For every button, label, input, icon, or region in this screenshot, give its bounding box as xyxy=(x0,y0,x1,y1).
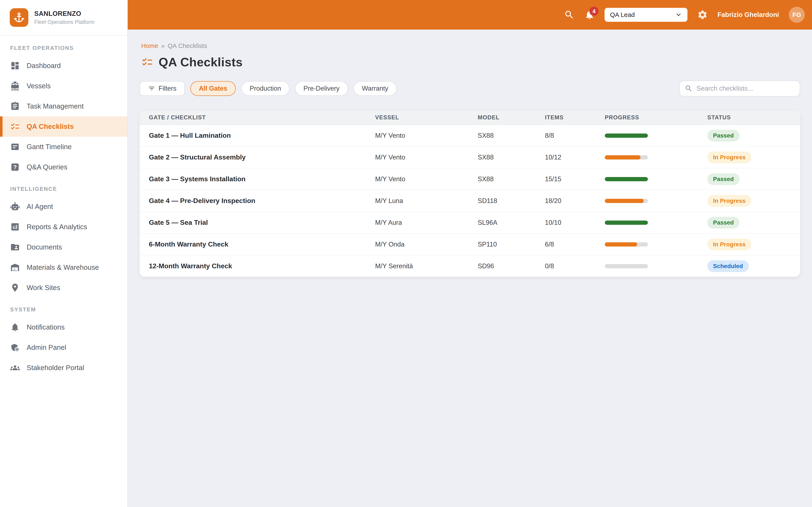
vessel-icon xyxy=(10,81,20,91)
sidebar-item-q-a-queries[interactable]: ?Q&A Queries xyxy=(0,157,127,177)
breadcrumb-home-link[interactable]: Home xyxy=(141,42,158,49)
vessel-name: M/Y Vento xyxy=(375,175,478,183)
checklist-icon xyxy=(10,122,20,131)
sidebar-item-vessels[interactable]: Vessels xyxy=(0,76,127,96)
progress-fill xyxy=(605,177,648,181)
nav-section-system: SYSTEMNotificationsAdmin PanelStakeholde… xyxy=(0,306,127,378)
progress-fill xyxy=(605,221,648,225)
column-header-items: ITEMS xyxy=(545,114,605,121)
warehouse-icon xyxy=(10,263,20,272)
table-row[interactable]: 12-Month Warranty CheckM/Y SerenitàSD960… xyxy=(140,256,800,277)
model: SP110 xyxy=(478,241,545,248)
dashboard-icon xyxy=(10,61,20,70)
content: Home » QA Checklists QA Checklists Filte… xyxy=(128,30,812,277)
items-count: 10/10 xyxy=(545,219,605,226)
progress-cell xyxy=(605,177,707,181)
search-box xyxy=(679,80,800,97)
table-row[interactable]: Gate 4 — Pre-Delivery InspectionM/Y Luna… xyxy=(140,190,800,212)
sidebar-item-stakeholder-portal[interactable]: Stakeholder Portal xyxy=(0,358,127,378)
nav-section-label: FLEET OPERATIONS xyxy=(0,45,127,51)
table-row[interactable]: Gate 5 — Sea TrialM/Y AuraSL96A10/10Pass… xyxy=(140,212,800,234)
search-button[interactable] xyxy=(564,9,574,20)
app-root: SANLORENZO Fleet Operations Platform FLE… xyxy=(0,0,812,507)
gate-name: Gate 2 — Structural Assembly xyxy=(149,153,375,161)
folder-icon xyxy=(10,242,20,252)
gate-name: Gate 4 — Pre-Delivery Inspection xyxy=(149,197,375,205)
table-row[interactable]: Gate 3 — Systems InstallationM/Y VentoSX… xyxy=(140,168,800,190)
sidebar-item-label: Work Sites xyxy=(27,284,60,292)
vessel-name: M/Y Luna xyxy=(375,197,478,205)
sidebar-item-reports-analytics[interactable]: Reports & Analytics xyxy=(0,217,127,237)
column-header-progress: PROGRESS xyxy=(605,114,707,121)
sidebar-item-label: AI Agent xyxy=(27,203,53,211)
notification-count-badge: 4 xyxy=(589,7,599,16)
model: SD118 xyxy=(478,197,545,205)
status-badge: Passed xyxy=(707,217,740,229)
brand-tagline: Fleet Operations Platform xyxy=(34,19,95,25)
table-row[interactable]: Gate 2 — Structural AssemblyM/Y VentoSX8… xyxy=(140,147,800,168)
nav-section-label: SYSTEM xyxy=(0,306,127,313)
status-badge: In Progress xyxy=(707,195,751,207)
sidebar-item-materials-warehouse[interactable]: Materials & Warehouse xyxy=(0,257,127,278)
sidebar-item-label: Task Management xyxy=(27,102,84,110)
people-icon xyxy=(10,363,20,373)
sidebar-item-label: Documents xyxy=(27,243,62,251)
sidebar-nav: FLEET OPERATIONSDashboardVesselsTask Man… xyxy=(0,36,127,378)
main-area: 4 QA Lead Fabrizio Ghelardoni FG Home » … xyxy=(128,0,812,507)
progress-bar xyxy=(605,177,648,181)
progress-cell xyxy=(605,264,707,268)
status-badge: Passed xyxy=(707,130,740,142)
sidebar-item-documents[interactable]: Documents xyxy=(0,237,127,257)
sidebar-item-dashboard[interactable]: Dashboard xyxy=(0,56,127,76)
vessel-name: M/Y Serenità xyxy=(375,262,478,270)
notifications-button[interactable]: 4 xyxy=(584,9,595,20)
nav-section-intelligence: INTELLIGENCEAI AgentReports & AnalyticsD… xyxy=(0,186,127,298)
sidebar-item-qa-checklists[interactable]: QA Checklists xyxy=(0,116,127,137)
sidebar-item-work-sites[interactable]: Work Sites xyxy=(0,278,127,298)
table-body: Gate 1 — Hull LaminationM/Y VentoSX888/8… xyxy=(140,125,800,277)
vessel-name: M/Y Vento xyxy=(375,132,478,139)
bar-chart-icon xyxy=(10,222,20,232)
sidebar: SANLORENZO Fleet Operations Platform FLE… xyxy=(0,0,128,507)
sidebar-item-admin-panel[interactable]: Admin Panel xyxy=(0,337,127,358)
status-cell: Passed xyxy=(707,130,800,142)
table-row[interactable]: Gate 1 — Hull LaminationM/Y VentoSX888/8… xyxy=(140,125,800,147)
progress-cell xyxy=(605,133,707,138)
settings-button[interactable] xyxy=(697,9,708,20)
sidebar-item-label: Materials & Warehouse xyxy=(27,264,99,272)
svg-text:?: ? xyxy=(13,164,17,170)
role-select[interactable]: QA Lead xyxy=(605,8,688,22)
progress-fill xyxy=(605,199,644,203)
progress-bar xyxy=(605,155,648,160)
status-badge: In Progress xyxy=(707,152,751,163)
filter-icon xyxy=(148,85,155,92)
sidebar-item-label: Vessels xyxy=(27,82,51,90)
sidebar-item-ai-agent[interactable]: AI Agent xyxy=(0,196,127,217)
filter-chip-all-gates[interactable]: All Gates xyxy=(190,81,236,96)
gantt-icon xyxy=(10,142,20,152)
sidebar-item-label: QA Checklists xyxy=(27,122,74,130)
breadcrumb: Home » QA Checklists xyxy=(140,42,800,49)
bell-icon xyxy=(10,322,20,332)
table-row[interactable]: 6-Month Warranty CheckM/Y OndaSP1106/8In… xyxy=(140,234,800,256)
user-name: Fabrizio Ghelardoni xyxy=(717,11,779,18)
progress-bar xyxy=(605,133,648,138)
sidebar-item-task-management[interactable]: Task Management xyxy=(0,96,127,116)
progress-cell xyxy=(605,221,707,225)
sidebar-item-gantt-timeline[interactable]: Gantt Timeline xyxy=(0,137,127,157)
column-header-vessel: VESSEL xyxy=(375,114,478,121)
sidebar-item-notifications[interactable]: Notifications xyxy=(0,317,127,337)
avatar[interactable]: FG xyxy=(789,7,805,23)
filters-button[interactable]: Filters xyxy=(140,81,185,96)
filter-chip-warranty[interactable]: Warranty xyxy=(354,81,397,96)
filter-chip-pre-delivery[interactable]: Pre-Delivery xyxy=(295,81,348,96)
gate-name: 6-Month Warranty Check xyxy=(149,240,375,248)
topbar: 4 QA Lead Fabrizio Ghelardoni FG xyxy=(128,0,812,30)
gate-name: Gate 3 — Systems Installation xyxy=(149,175,375,183)
search-input[interactable] xyxy=(696,84,795,93)
status-cell: Scheduled xyxy=(707,260,800,272)
filter-chip-production[interactable]: Production xyxy=(241,81,290,96)
breadcrumb-separator: » xyxy=(161,42,165,49)
toolbar: Filters All GatesProductionPre-DeliveryW… xyxy=(140,80,800,97)
brand: SANLORENZO Fleet Operations Platform xyxy=(0,0,127,36)
